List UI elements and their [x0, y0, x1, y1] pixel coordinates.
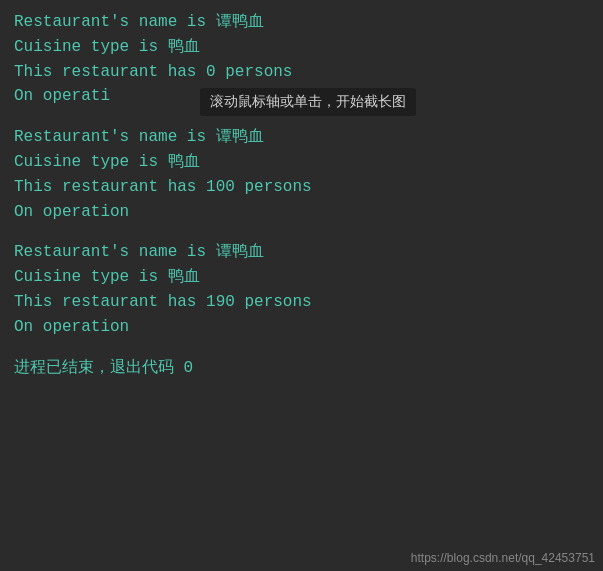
persons-count-1: This restaurant has 0 persons: [14, 60, 589, 85]
result-block-3: Restaurant's name is 谭鸭血 Cuisine type is…: [14, 240, 589, 339]
cuisine-type-3: Cuisine type is 鸭血: [14, 265, 589, 290]
restaurant-name-1: Restaurant's name is 谭鸭血: [14, 10, 589, 35]
cuisine-type-1: Cuisine type is 鸭血: [14, 35, 589, 60]
exit-message: 进程已结束，退出代码 0: [14, 356, 589, 381]
cuisine-type-2: Cuisine type is 鸭血: [14, 150, 589, 175]
operation-status-3: On operation: [14, 315, 589, 340]
terminal-output: Restaurant's name is 谭鸭血 Cuisine type is…: [0, 0, 603, 390]
restaurant-name-3: Restaurant's name is 谭鸭血: [14, 240, 589, 265]
watermark: https://blog.csdn.net/qq_42453751: [411, 551, 595, 565]
restaurant-name-2: Restaurant's name is 谭鸭血: [14, 125, 589, 150]
persons-count-3: This restaurant has 190 persons: [14, 290, 589, 315]
scroll-tooltip: 滚动鼠标轴或单击，开始截长图: [200, 88, 416, 116]
persons-count-2: This restaurant has 100 persons: [14, 175, 589, 200]
operation-status-2: On operation: [14, 200, 589, 225]
result-block-2: Restaurant's name is 谭鸭血 Cuisine type is…: [14, 125, 589, 224]
